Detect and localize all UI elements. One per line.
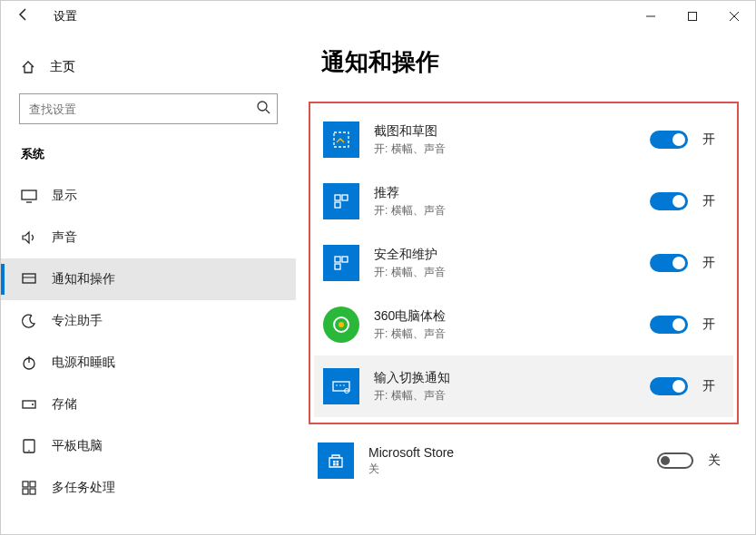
toggle-state: 开 xyxy=(702,131,724,148)
app-name: Microsoft Store xyxy=(368,445,657,460)
app-row-msstore[interactable]: Microsoft Store 关 关 xyxy=(309,430,739,491)
svg-rect-19 xyxy=(30,489,35,494)
svg-rect-24 xyxy=(335,257,340,262)
toggle[interactable] xyxy=(650,192,688,210)
svg-rect-23 xyxy=(335,202,340,208)
back-button[interactable] xyxy=(10,7,37,25)
multitask-icon xyxy=(21,480,39,496)
app-name: 输入切换通知 xyxy=(374,370,650,386)
notifications-icon xyxy=(21,271,39,287)
titlebar: 设置 xyxy=(1,1,755,32)
sidebar: 主页 系统 显示 声音 xyxy=(1,32,296,534)
highlight-box: 截图和草图 开: 横幅、声音 开 推荐 开: 横幅、声音 开 xyxy=(309,102,739,424)
app-row-ime[interactable]: 输入切换通知 开: 横幅、声音 开 xyxy=(314,355,733,417)
svg-rect-35 xyxy=(337,461,339,463)
app-sub: 开: 横幅、声音 xyxy=(374,265,650,280)
svg-rect-6 xyxy=(22,190,36,199)
sidebar-section-title: 系统 xyxy=(1,137,296,175)
toggle[interactable] xyxy=(650,131,688,149)
svg-rect-37 xyxy=(337,463,339,466)
settings-window: 设置 主页 xyxy=(0,0,756,535)
app-sub: 开: 横幅、声音 xyxy=(374,203,650,219)
svg-rect-34 xyxy=(333,461,336,463)
nav-display[interactable]: 显示 xyxy=(1,175,296,217)
toggle[interactable] xyxy=(650,377,688,395)
toggle-state: 开 xyxy=(702,193,724,209)
svg-point-28 xyxy=(339,322,344,327)
svg-rect-21 xyxy=(335,195,340,200)
nav-power-sleep[interactable]: 电源和睡眠 xyxy=(1,342,296,384)
app-row-recommend[interactable]: 推荐 开: 横幅、声音 开 xyxy=(314,170,733,232)
nav-label: 电源和睡眠 xyxy=(52,355,115,371)
svg-line-5 xyxy=(266,110,270,113)
360-icon xyxy=(323,306,359,343)
nav-label: 存储 xyxy=(52,396,77,413)
storage-icon xyxy=(21,396,39,413)
app-sub: 开: 横幅、声音 xyxy=(374,388,650,404)
nav-tablet[interactable]: 平板电脑 xyxy=(1,425,296,467)
app-sub: 关 xyxy=(368,462,657,477)
toggle[interactable] xyxy=(657,452,693,469)
nav-storage[interactable]: 存储 xyxy=(1,384,296,425)
svg-rect-25 xyxy=(342,257,348,262)
toggle-state: 开 xyxy=(702,378,724,394)
nav-sound[interactable]: 声音 xyxy=(1,217,296,258)
nav-list: 显示 声音 通知和操作 专注助手 电源和睡眠 xyxy=(1,175,296,509)
svg-rect-26 xyxy=(335,264,340,269)
app-row-360[interactable]: 360电脑体检 开: 横幅、声音 开 xyxy=(314,294,733,355)
moon-icon xyxy=(21,313,39,329)
nav-label: 多任务处理 xyxy=(52,480,115,496)
close-button[interactable] xyxy=(713,1,755,32)
svg-rect-29 xyxy=(333,382,349,391)
nav-notifications[interactable]: 通知和操作 xyxy=(1,258,296,300)
snip-sketch-icon xyxy=(323,122,359,158)
svg-point-30 xyxy=(336,384,338,386)
toggle-state: 开 xyxy=(702,316,724,333)
grid-icon xyxy=(323,183,359,219)
svg-point-32 xyxy=(343,384,345,386)
app-name: 截图和草图 xyxy=(374,123,650,140)
app-row-snip[interactable]: 截图和草图 开: 横幅、声音 开 xyxy=(314,109,733,170)
page-title: 通知和操作 xyxy=(321,46,739,78)
svg-point-31 xyxy=(339,384,341,386)
toggle[interactable] xyxy=(650,316,688,334)
store-icon xyxy=(318,443,354,479)
svg-rect-22 xyxy=(342,195,348,200)
home-icon xyxy=(21,60,39,74)
svg-rect-8 xyxy=(23,274,35,283)
svg-rect-17 xyxy=(30,482,35,487)
nav-focus-assist[interactable]: 专注助手 xyxy=(1,300,296,342)
svg-point-4 xyxy=(258,102,267,111)
home-link[interactable]: 主页 xyxy=(1,52,296,83)
toggle-state: 开 xyxy=(702,255,724,271)
toggle-state: 关 xyxy=(708,452,730,469)
app-sub: 开: 横幅、声音 xyxy=(374,141,650,157)
nav-label: 平板电脑 xyxy=(52,438,103,454)
search-icon xyxy=(256,100,270,117)
content-area: 通知和操作 截图和草图 开: 横幅、声音 开 xyxy=(296,32,755,534)
home-label: 主页 xyxy=(50,59,75,75)
display-icon xyxy=(21,188,39,204)
window-controls xyxy=(630,1,755,32)
window-title: 设置 xyxy=(54,8,77,24)
nav-multitasking[interactable]: 多任务处理 xyxy=(1,467,296,509)
maximize-button[interactable] xyxy=(672,1,713,32)
nav-label: 专注助手 xyxy=(52,313,103,329)
nav-label: 通知和操作 xyxy=(52,271,115,287)
sound-icon xyxy=(21,229,39,246)
grid-icon xyxy=(323,245,359,281)
app-row-security[interactable]: 安全和维护 开: 横幅、声音 开 xyxy=(314,232,733,294)
tablet-icon xyxy=(21,438,39,454)
svg-rect-18 xyxy=(23,489,28,494)
nav-label: 声音 xyxy=(52,229,77,246)
app-name: 推荐 xyxy=(374,185,650,201)
search-box-wrap xyxy=(1,83,296,137)
search-input[interactable] xyxy=(19,93,278,124)
app-name: 安全和维护 xyxy=(374,247,650,263)
toggle[interactable] xyxy=(650,254,688,272)
minimize-button[interactable] xyxy=(630,1,672,32)
app-name: 360电脑体检 xyxy=(374,308,650,325)
nav-label: 显示 xyxy=(52,188,77,204)
app-sub: 开: 横幅、声音 xyxy=(374,326,650,342)
svg-point-13 xyxy=(32,404,34,405)
